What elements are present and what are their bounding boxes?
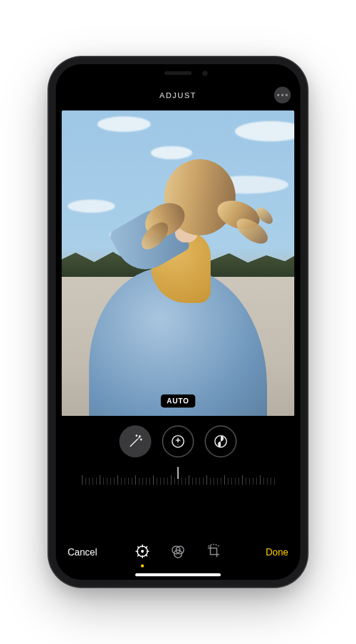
slider-tick: [117, 475, 118, 485]
slider-tick: [210, 478, 211, 485]
mode-crop[interactable]: [206, 544, 221, 561]
adjust-slider[interactable]: [56, 468, 300, 485]
slider-tick: [192, 478, 193, 485]
slider-tick: [228, 478, 228, 485]
slider-tick: [217, 478, 218, 485]
slider-tick: [253, 478, 253, 485]
slider-tick: [139, 478, 139, 485]
tool-exposure[interactable]: [162, 425, 194, 457]
slider-tick: [239, 478, 239, 485]
device-frame: ADJUST: [49, 57, 307, 587]
slider-tick: [263, 478, 264, 485]
slider-tick: [93, 478, 93, 485]
slider-tick: [271, 478, 271, 485]
slider-tick: [189, 475, 189, 485]
home-indicator[interactable]: [135, 573, 221, 576]
slider-tick: [167, 478, 168, 485]
slider-tick: [214, 478, 214, 485]
slider-tick: [196, 478, 196, 485]
slider-tick: [274, 478, 275, 485]
slider-tick: [160, 478, 161, 485]
slider-tick: [128, 478, 129, 485]
ellipsis-icon: [277, 94, 279, 96]
tool-auto[interactable]: [119, 425, 151, 457]
svg-point-4: [141, 550, 144, 553]
slider-tick: [224, 475, 225, 485]
slider-tick: [125, 478, 125, 485]
photo-preview[interactable]: AUTO: [62, 111, 294, 416]
bottom-bar: Cancel: [56, 531, 300, 580]
exposure-icon: [170, 434, 186, 449]
mode-adjust[interactable]: [135, 544, 150, 561]
slider-tick: [267, 478, 268, 485]
slider-tick: [107, 478, 107, 485]
slider-tick: [221, 478, 221, 485]
slider-tick: [100, 475, 100, 485]
slider-tick: [121, 478, 122, 485]
slider-tick: [110, 478, 111, 485]
slider-tick: [199, 478, 200, 485]
slider-tick: [89, 478, 90, 485]
done-button[interactable]: Done: [266, 547, 288, 558]
current-tool-label: AUTO: [161, 394, 195, 408]
slider-tick: [260, 475, 260, 485]
slider-tick: [82, 475, 82, 485]
ellipsis-icon: [285, 94, 288, 96]
more-button[interactable]: [274, 87, 291, 103]
slider-tick: [146, 478, 147, 485]
slider-tick: [171, 475, 171, 485]
slider-tick: [164, 478, 164, 485]
filters-icon: [170, 544, 186, 559]
slider-tick: [246, 478, 246, 485]
tool-brilliance[interactable]: [205, 425, 237, 457]
slider-tick: [235, 478, 236, 485]
wand-icon: [128, 434, 143, 449]
crop-icon: [206, 544, 221, 559]
cancel-button[interactable]: Cancel: [68, 547, 97, 558]
adjust-dial-icon: [135, 544, 150, 559]
screen: ADJUST: [56, 64, 300, 580]
slider-tick: [150, 478, 150, 485]
slider-marker: [177, 467, 179, 479]
mode-tabs: [135, 544, 221, 561]
slider-tick: [203, 478, 204, 485]
yin-yang-icon: [213, 434, 228, 449]
slider-tick: [114, 478, 115, 485]
slider-tick: [206, 475, 207, 485]
slider-tick: [142, 478, 143, 485]
slider-tick: [135, 475, 136, 485]
slider-tick: [242, 475, 243, 485]
slider-tick: [231, 478, 232, 485]
adjust-tools-row: [56, 425, 300, 457]
ellipsis-icon: [281, 94, 284, 96]
header-title: ADJUST: [160, 91, 197, 100]
slider-tick: [103, 478, 104, 485]
slider-tick: [185, 478, 186, 485]
svg-point-1: [177, 444, 178, 445]
slider-tick: [174, 478, 175, 485]
slider-tick: [157, 478, 157, 485]
mode-filters[interactable]: [170, 544, 186, 561]
device-notch: [120, 64, 236, 82]
slider-tick: [96, 478, 97, 485]
slider-tick: [256, 478, 257, 485]
svg-rect-8: [211, 548, 217, 555]
slider-tick: [249, 478, 250, 485]
slider-tick: [182, 478, 182, 485]
slider-tick: [153, 475, 154, 485]
photo-subject: [80, 143, 276, 416]
slider-tick: [132, 478, 132, 485]
slider-tick: [85, 478, 86, 485]
